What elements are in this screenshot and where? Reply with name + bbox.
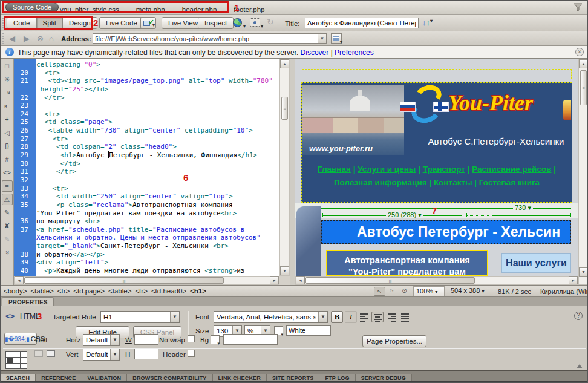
file-management-icon[interactable]: ↓↑▾ — [422, 18, 430, 27]
code-vertical-scrollbar[interactable]: ▲ ≡ ▼ — [279, 59, 290, 276]
tag-selector-item[interactable]: <td.page> — [73, 287, 105, 295]
hand-tool-icon[interactable]: ☞ — [387, 287, 398, 296]
code-lines[interactable]: cellspacing="0">20 <tr>21 <td><img src="… — [14, 61, 279, 275]
home-icon[interactable]: ⌂ — [49, 34, 54, 43]
view-button-split[interactable]: Split — [36, 17, 63, 29]
refresh-icon[interactable]: ↻ — [267, 17, 274, 27]
code-line[interactable]: 39<div align="left"> — [14, 258, 279, 267]
line-numbers-icon[interactable]: # — [2, 154, 13, 165]
text-color-input[interactable] — [286, 325, 331, 336]
scroll-up-icon[interactable]: ▲ — [579, 59, 588, 68]
bold-button[interactable]: B — [331, 311, 343, 323]
scrollbar-thumb[interactable]: ≡ — [580, 70, 587, 105]
scroll-left-icon[interactable]: ◄ — [15, 276, 24, 284]
design-site-banner[interactable]: You-Piter Автобус С.Петербург-Хельсинки … — [301, 82, 572, 203]
targeted-rule-combo[interactable]: H1▼ — [100, 311, 180, 323]
tag-selector-item[interactable]: <body> — [4, 287, 27, 295]
collapse-selection-icon[interactable]: ⇤ — [2, 100, 13, 112]
code-line[interactable]: 23 — [14, 102, 279, 110]
bg-color-input[interactable] — [223, 334, 278, 345]
table-width-label-730[interactable]: 730 ▾ — [513, 204, 533, 211]
select-parent-tag-icon[interactable]: ◁ — [2, 127, 13, 139]
design-nav-link[interactable]: Транспорт — [423, 165, 465, 174]
code-line[interactable]: 22 </tr> — [14, 94, 279, 102]
code-line[interactable]: 27 <tr> — [14, 135, 279, 143]
code-line[interactable]: 30 </td> — [14, 160, 279, 168]
design-left-cell[interactable]: Автотранспортная компания "You-Piter" пр… — [326, 250, 488, 276]
vert-align-combo[interactable]: Default▼ — [83, 349, 120, 361]
design-view[interactable]: You-Piter Автобус С.Петербург-Хельсинки … — [295, 59, 578, 285]
code-line[interactable]: 25 <td class="page"> — [14, 118, 279, 126]
code-navigator-icon[interactable]: ✳ — [2, 74, 13, 85]
preview-in-browser-icon[interactable] — [233, 18, 242, 27]
preferences-link[interactable]: Preferences — [335, 48, 374, 57]
collapse-full-tag-icon[interactable]: ⇥ — [2, 87, 13, 99]
visual-aids-icon[interactable] — [250, 18, 260, 27]
column-width-line-right[interactable] — [492, 215, 570, 216]
tag-selector-item[interactable]: <table> — [30, 287, 53, 295]
tag-selector-item[interactable]: <h1> — [190, 287, 206, 295]
word-wrap-icon[interactable]: ≡ — [2, 180, 13, 192]
split-view-divider[interactable] — [290, 59, 295, 285]
css-mode-button[interactable]: ▮�934;▮CSS — [4, 333, 37, 345]
code-line[interactable]: Хельсинки и обратно. Цены и места отправ… — [14, 234, 279, 242]
code-line[interactable]: "You-Piter" предлагает вам поездки на ав… — [14, 209, 279, 218]
scrollbar-thumb[interactable]: ≡ — [281, 97, 288, 120]
zoom-tool-icon[interactable]: ⊙ — [399, 287, 410, 296]
related-file-tab[interactable]: header.php — [182, 6, 217, 13]
related-file-tab[interactable]: meta.php — [136, 6, 165, 13]
code-line[interactable]: 37<a href="schedule.php" title="Расписан… — [14, 226, 279, 234]
code-line[interactable]: 34 <td width="250" align="center" valign… — [14, 192, 279, 201]
code-line[interactable]: 24 <tr> — [14, 110, 279, 119]
cell-width-input[interactable] — [134, 334, 158, 345]
code-line[interactable]: 26 <table width="730" align="center" cel… — [14, 126, 279, 135]
design-nav-link[interactable]: Полезная информация — [334, 178, 427, 187]
code-line[interactable]: 36по маршруту <br> — [14, 217, 279, 226]
file-list-icon[interactable]: ▾ — [331, 33, 342, 44]
design-horizontal-scrollbar[interactable]: ◄ lll ► — [295, 276, 578, 285]
apply-comment-icon[interactable]: ✎ — [2, 207, 13, 218]
toolbar-grip[interactable] — [2, 18, 4, 28]
stop-icon[interactable]: ⊗ — [37, 34, 44, 43]
table-width-line-730[interactable] — [318, 208, 571, 209]
code-line[interactable]: 32 — [14, 176, 279, 185]
bg-color-swatch[interactable] — [211, 335, 220, 344]
scroll-down-icon[interactable]: ▼ — [280, 266, 289, 275]
tag-selector-item[interactable]: <td.head0> — [151, 287, 186, 295]
code-line[interactable]: 40 <p>Каждый день многие люди отправляют… — [14, 267, 279, 275]
scroll-up-icon[interactable]: ▲ — [280, 59, 289, 68]
zoom-level-combo[interactable]: 100% ▾ — [413, 286, 445, 296]
source-code-button[interactable]: Source Code — [5, 2, 59, 12]
toolbar-grip[interactable] — [2, 33, 4, 44]
highlight-invalid-code-icon[interactable]: <> — [2, 167, 13, 178]
code-horizontal-scrollbar[interactable]: ◄ lll ► — [14, 276, 279, 285]
header-checkbox[interactable] — [188, 350, 195, 357]
tag-selector-item[interactable]: <table> — [108, 287, 131, 295]
align-right-button[interactable] — [385, 312, 397, 322]
tag-selector-item[interactable]: <tr> — [135, 287, 147, 295]
design-nav-link[interactable]: Расписание рейсов — [472, 165, 551, 174]
split-cell-icon[interactable] — [47, 350, 55, 357]
expand-all-icon[interactable]: + — [2, 114, 13, 125]
column-width-label-250[interactable]: 250 (288) ▾ — [386, 211, 423, 218]
align-left-button[interactable] — [358, 312, 370, 322]
code-line[interactable]: target="_blank">Санкт-Петербург - Хельси… — [14, 242, 279, 250]
code-line[interactable]: cellspacing="0"> — [14, 61, 279, 69]
address-dropdown-arrow[interactable]: ▼ — [318, 33, 327, 44]
design-vertical-scrollbar[interactable]: ▲ ≡ ▼ — [578, 59, 588, 285]
code-line[interactable]: height="25"></td> — [14, 85, 279, 94]
help-icon[interactable]: ? — [574, 312, 583, 320]
related-file-tab[interactable]: you_piter_style.css — [60, 6, 119, 13]
code-line[interactable]: 38и обратно</a></p> — [14, 250, 279, 259]
font-combo[interactable]: Verdana, Arial, Helvetica, sans-serif▼ — [214, 311, 328, 323]
cell-height-input[interactable] — [134, 349, 158, 359]
dropdown-arrow-icon[interactable]: ▾ — [243, 24, 246, 29]
view-button-code[interactable]: Code — [7, 17, 37, 29]
format-source-code-icon[interactable]: ✎ — [2, 234, 13, 245]
design-right-cell[interactable]: Наши услуги — [501, 253, 571, 273]
more-icon[interactable]: » — [1, 247, 13, 258]
properties-tab[interactable]: PROPERTIES — [2, 297, 54, 306]
scroll-right-icon[interactable]: ► — [569, 276, 578, 284]
code-line[interactable]: 20 <tr> — [14, 69, 279, 77]
close-icon[interactable]: ✕ — [575, 48, 584, 56]
